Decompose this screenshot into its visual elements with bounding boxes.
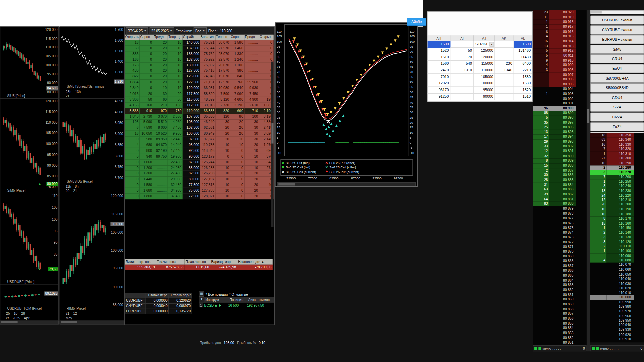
options-cell[interactable]: 27 430 [168,171,183,177]
dom-price-cell[interactable]: 80 887 [549,168,576,173]
dom-price-cell[interactable]: 80 869 [549,254,576,259]
options-cell[interactable]: 0 [230,177,245,182]
dom-price-cell[interactable]: 109 920 [607,333,634,337]
dom-volume-cell[interactable]: 83 [533,202,549,206]
options-cell[interactable]: 15 070 [216,74,230,80]
options-cell[interactable]: 10 [216,160,230,165]
options-cell[interactable]: 0 [259,46,274,51]
dom-volume-cell[interactable]: 18 [590,133,607,138]
options-cell[interactable]: 10 [245,154,259,160]
dom-volume-cell[interactable]: 5 [533,49,549,53]
sheet-cell[interactable]: 131460 [514,48,532,54]
options-cell[interactable]: 1 580 [230,40,245,46]
dom-price-cell[interactable]: 80 871 [549,245,576,249]
dom-volume-cell[interactable]: 10 [590,207,607,212]
dom-price-cell[interactable]: 80 863 [549,283,576,288]
dom-price-cell[interactable]: 80 853 [549,331,576,336]
dom-volume-cell[interactable]: 2 [533,168,549,173]
dom-volume-cell[interactable]: 1 [590,152,607,156]
dom-volume-cell[interactable]: 1 [533,24,549,29]
sheet-cell[interactable]: 12020 [428,80,451,87]
dom-volume-cell[interactable]: 15 [533,163,549,168]
options-cell[interactable]: 1 440 [140,177,153,182]
dom-volume-cell[interactable]: 5 [533,53,549,58]
dom-volume-cell[interactable] [590,272,607,277]
dom-price-cell[interactable]: 80 854 [549,326,576,331]
options-cell[interactable]: 0 [140,68,153,74]
options-cell[interactable]: 580 [140,137,153,142]
instrument-button[interactable]: SiZ4 [590,103,644,112]
dom-price-cell[interactable]: 80 888 [549,163,576,168]
options-cell[interactable]: 1 100 [230,63,245,68]
options-cell[interactable]: 820 [216,108,230,114]
options-cell[interactable]: 800 [140,148,153,154]
column-header[interactable]: AL [514,35,532,41]
options-header-cell[interactable]: Предл [245,35,259,40]
dom-volume-cell[interactable]: 4 [590,258,607,263]
options-cell[interactable]: 0 [125,137,140,142]
instrument-button[interactable]: CNYRUBF скальп [590,25,644,34]
options-cell[interactable]: 0 [125,182,140,188]
options-header-cell[interactable]: Открыт [259,35,274,40]
column-header[interactable]: AI [450,35,474,41]
dom-volume-cell[interactable] [533,216,549,221]
strike-cell[interactable]: 80 000 [183,177,200,182]
dom-volume-cell[interactable]: 10 [590,161,607,166]
sheet-cell[interactable]: 115000 [474,61,495,67]
options-cell[interactable]: 99 960 [245,80,259,85]
options-cell[interactable]: 30 [245,131,259,137]
dom-price-cell[interactable]: 110 350 [607,133,634,138]
dom-volume-cell[interactable]: 1 [590,249,607,254]
options-cell[interactable]: 16 [125,131,140,137]
strike-cell[interactable]: 120 000 [183,85,200,91]
options-cell[interactable]: 0 [125,171,140,177]
dom-price-cell[interactable]: 80 897 [549,120,576,125]
options-cell[interactable]: 5 120 [216,97,230,103]
options-cell[interactable]: .......... [153,165,168,171]
options-cell[interactable]: 30 [245,120,259,125]
dom-price-cell[interactable]: 80 851 [549,340,576,345]
dom-volume-cell[interactable] [533,297,549,302]
dom-volume-cell[interactable] [590,337,607,342]
options-cell[interactable]: 0 [230,160,245,165]
dom-price-cell[interactable]: 80 884 [549,182,576,187]
strike-cell[interactable]: 95 000 [183,142,200,148]
dom-volume-cell[interactable]: 2 [590,244,607,249]
dom-price-cell[interactable]: 110 230 [607,189,634,193]
options-scrollbar[interactable] [271,62,273,227]
dom-price-cell[interactable]: 80 906 [549,77,576,82]
options-cell[interactable]: 20 [245,171,259,177]
options-cell[interactable]: 110,735 [200,142,216,148]
dom-price-cell[interactable]: 80 893 [549,139,576,144]
options-cell[interactable]: 33,355 [200,108,216,114]
dom-volume-cell[interactable]: 10 [590,212,607,217]
dom-volume-cell[interactable] [590,314,607,318]
dom-volume-cell[interactable] [533,72,549,77]
dom-volume-cell[interactable] [533,82,549,87]
instrument-button[interactable]: CRU4 [590,54,644,63]
options-cell[interactable]: 12 440 [168,137,183,142]
dom-volume-cell[interactable] [533,268,549,273]
dom-volume-cell[interactable] [533,321,549,326]
dom-price-cell[interactable]: 80 866 [549,268,576,273]
strike-cell[interactable]: 125 000 [183,74,200,80]
dom-volume-cell[interactable]: 1 [533,92,549,96]
dom-price-cell[interactable]: 80 913 [549,44,576,49]
dom-price-cell[interactable]: 80 867 [549,264,576,268]
options-cell[interactable]: 20 [216,125,230,131]
options-cell[interactable]: 2 016 [125,91,140,97]
instrument-button[interactable]: Si89000BS4D [590,83,644,93]
options-cell[interactable]: 0 [230,148,245,154]
options-cell[interactable]: 0 [230,182,245,188]
options-cell[interactable]: 39,018 [200,103,216,108]
filter-all-positions[interactable]: ●Все позиции [205,292,228,296]
dom-volume-cell[interactable] [533,274,549,278]
options-cell[interactable]: 20 [230,120,245,125]
column-header[interactable]: AH [428,35,451,41]
scroll-handle[interactable] [587,109,589,123]
dom-volume-cell[interactable] [590,277,607,282]
strike-cell[interactable]: 107 500 [183,114,200,120]
options-cell[interactable]: 5 510 [153,120,168,125]
dom-volume-cell[interactable] [590,295,607,300]
options-cell[interactable]: 970 [153,108,168,114]
